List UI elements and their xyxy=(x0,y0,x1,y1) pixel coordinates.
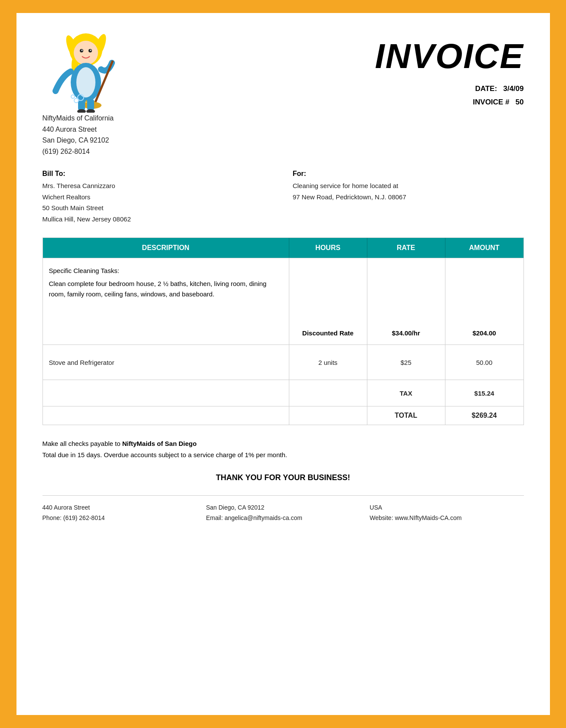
svg-point-8 xyxy=(90,50,91,51)
invoice-table: DESCRIPTION HOURS RATE AMOUNT Specific C… xyxy=(43,237,524,425)
desc-title: Specific Cleaning Tasks: xyxy=(49,267,283,274)
header-description: DESCRIPTION xyxy=(43,238,289,258)
footer-col-1: 440 Aurora Street Phone: (619) 262-8014 xyxy=(43,503,196,523)
invoice-number-value: 50 xyxy=(516,98,524,106)
bill-to-label: Bill To: xyxy=(43,170,274,178)
invoice-meta: DATE: 3/4/09 INVOICE # 50 xyxy=(375,82,524,109)
table-row-2: Stove and Refrigerator 2 units $25 50.00 xyxy=(43,344,523,380)
rate-cell-2: $25 xyxy=(367,345,445,380)
bill-to-line4: Mullica Hill, New Jersey 08062 xyxy=(43,214,274,225)
svg-rect-18 xyxy=(87,99,94,111)
amount-cell-1: $204.00 xyxy=(445,258,523,344)
footer-notes: Make all checks payable to NiftyMaids of… xyxy=(43,438,524,460)
company-info: NiftyMaids of California 440 Aurora Stre… xyxy=(43,113,114,157)
desc-cell-2: Stove and Refrigerator xyxy=(43,345,289,380)
bill-to-line3: 50 South Main Street xyxy=(43,202,274,214)
payable-bold: NiftyMaids of San Diego xyxy=(122,440,197,447)
header-hours: HOURS xyxy=(289,238,367,258)
invoice-title-area: INVOICE DATE: 3/4/09 INVOICE # 50 xyxy=(375,30,524,109)
rate-cell-1: $34.00/hr xyxy=(367,258,445,344)
company-address1: 440 Aurora Street xyxy=(43,124,114,135)
footer-contact: 440 Aurora Street Phone: (619) 262-8014 … xyxy=(43,495,524,523)
footer-email: Email: angelica@niftymaids-ca.com xyxy=(206,513,360,523)
bill-to-line1: Mrs. Theresa Cannizzaro xyxy=(43,180,274,192)
payable-line: Make all checks payable to NiftyMaids of… xyxy=(43,438,524,449)
bill-to-line2: Wichert Realtors xyxy=(43,192,274,203)
table-header: DESCRIPTION HOURS RATE AMOUNT xyxy=(43,238,523,258)
invoice-number-line: INVOICE # 50 xyxy=(375,96,524,109)
bill-to-section: Bill To: Mrs. Theresa Cannizzaro Wichert… xyxy=(43,170,274,224)
bill-to-content: Mrs. Theresa Cannizzaro Wichert Realtors… xyxy=(43,180,274,224)
footer-address: 440 Aurora Street xyxy=(43,503,196,513)
hours-cell-1: Discounted Rate xyxy=(289,258,367,344)
footer-col-3: USA Website: www.NIftyMaids-CA.com xyxy=(370,503,523,523)
for-label: For: xyxy=(293,170,524,178)
for-section: For: Cleaning service for home located a… xyxy=(293,170,524,224)
total-empty-desc xyxy=(43,406,289,425)
total-empty-hours xyxy=(289,406,367,425)
footer-city: San Diego, CA 92012 xyxy=(206,503,360,513)
svg-point-23 xyxy=(71,95,75,98)
due-text: Total due in 15 days. Overdue accounts s… xyxy=(43,449,524,461)
tax-label: TAX xyxy=(367,380,445,406)
footer-website: Website: www.NIftyMaids-CA.com xyxy=(370,513,523,523)
svg-point-7 xyxy=(81,50,82,51)
svg-point-22 xyxy=(74,98,79,103)
tax-amount: $15.24 xyxy=(445,380,523,406)
company-name: NiftyMaids of California xyxy=(43,113,114,124)
thank-you-message: THANK YOU FOR YOUR BUSINESS! xyxy=(43,473,524,482)
desc-detail: Clean complete four bedroom house, 2 ½ b… xyxy=(49,279,283,299)
maid-illustration xyxy=(43,30,129,113)
footer-col-2: San Diego, CA 92012 Email: angelica@nift… xyxy=(206,503,360,523)
svg-point-4 xyxy=(74,41,98,65)
invoice-page: NiftyMaids of California 440 Aurora Stre… xyxy=(16,13,550,715)
desc-cell-1: Specific Cleaning Tasks: Clean complete … xyxy=(43,258,289,344)
company-address2: San Diego, CA 92102 xyxy=(43,135,114,146)
logo-area: NiftyMaids of California 440 Aurora Stre… xyxy=(43,30,129,157)
footer-country: USA xyxy=(370,503,523,513)
table-row-1: Specific Cleaning Tasks: Clean complete … xyxy=(43,258,523,344)
invoice-title: INVOICE xyxy=(375,39,524,74)
tax-empty-hours xyxy=(289,380,367,406)
total-label: TOTAL xyxy=(367,406,445,425)
company-phone: (619) 262-8014 xyxy=(43,146,114,157)
table-total-row: TOTAL $269.24 xyxy=(43,406,523,425)
total-amount: $269.24 xyxy=(445,406,523,425)
hours-cell-2: 2 units xyxy=(289,345,367,380)
footer-phone: Phone: (619) 262-8014 xyxy=(43,513,196,523)
hours-value-1: Discounted Rate xyxy=(302,329,353,337)
svg-point-10 xyxy=(76,67,95,98)
for-line1: Cleaning service for home located at xyxy=(293,180,524,192)
for-line2: 97 New Road, Pedricktown, N.J. 08067 xyxy=(293,192,524,203)
amount-cell-2: 50.00 xyxy=(445,345,523,380)
payable-text-before: Make all checks payable to xyxy=(43,440,122,447)
tax-empty-desc xyxy=(43,380,289,406)
rate-value-1: $34.00/hr xyxy=(392,329,420,337)
amount-value-1: $204.00 xyxy=(472,329,496,337)
for-content: Cleaning service for home located at 97 … xyxy=(293,180,524,202)
date-value: 3/4/09 xyxy=(503,84,523,93)
header-amount: AMOUNT xyxy=(445,238,523,258)
header-section: NiftyMaids of California 440 Aurora Stre… xyxy=(43,30,524,157)
billing-section: Bill To: Mrs. Theresa Cannizzaro Wichert… xyxy=(43,170,524,224)
date-label: DATE: xyxy=(475,84,497,93)
invoice-date-line: DATE: 3/4/09 xyxy=(375,82,524,96)
table-tax-row: TAX $15.24 xyxy=(43,380,523,406)
header-rate: RATE xyxy=(367,238,445,258)
invoice-number-label: INVOICE # xyxy=(473,98,509,106)
